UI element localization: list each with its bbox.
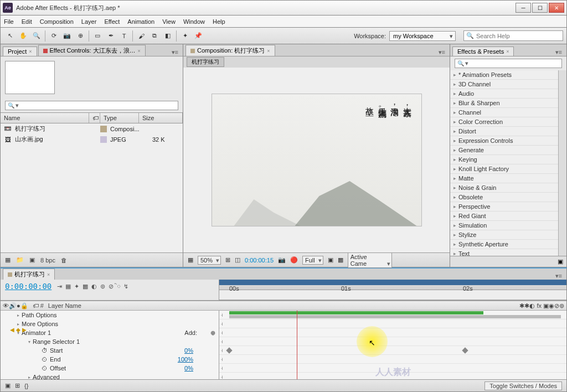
- pen-tool-icon[interactable]: ✒: [105, 30, 117, 42]
- search-help[interactable]: 🔍: [463, 30, 563, 41]
- channel-icon[interactable]: 🔴: [290, 256, 298, 264]
- tl-icon[interactable]: ↯: [123, 283, 128, 290]
- fx-category[interactable]: Color Correction: [450, 117, 558, 127]
- zoom-tool-icon[interactable]: 🔍: [30, 30, 43, 42]
- fx-category[interactable]: Noise & Grain: [450, 183, 558, 193]
- tl-foot-icon[interactable]: {}: [24, 383, 28, 389]
- tl-foot-icon[interactable]: ⊞: [15, 382, 20, 389]
- layer-row[interactable]: ▸Path Options: [1, 311, 219, 319]
- panel-menu-icon[interactable]: ▾≡: [553, 49, 564, 56]
- tl-icon[interactable]: ◐: [91, 283, 97, 290]
- fx-category[interactable]: Channel: [450, 108, 558, 117]
- stopwatch-icon[interactable]: ⏲: [42, 365, 48, 372]
- layer-row[interactable]: ▾Animator 1Add:⊕: [1, 328, 219, 337]
- fx-category[interactable]: Generate: [450, 146, 558, 155]
- fx-category[interactable]: Perspective: [450, 202, 558, 212]
- composition-viewer[interactable]: 大江东去， 浪淘尽， 千古风流人物。 故垒: [183, 68, 450, 252]
- zoom-select[interactable]: 50%: [198, 256, 221, 265]
- menu-animation[interactable]: Animation: [127, 18, 154, 25]
- prop-start[interactable]: ⏱Start0%: [1, 346, 219, 355]
- tl-icon[interactable]: ི: [117, 283, 120, 290]
- col-type[interactable]: Type: [100, 113, 139, 123]
- project-row[interactable]: 🖼 山水画.jpg JPEG 32 K: [1, 134, 183, 145]
- ruler-icon[interactable]: ⊞: [225, 256, 230, 264]
- tl-icon[interactable]: ▦: [65, 283, 71, 290]
- snapshot-icon[interactable]: 📷: [278, 256, 286, 264]
- hand-tool-icon[interactable]: ✋: [17, 30, 29, 42]
- prop-end[interactable]: ⏲End100%: [1, 355, 219, 364]
- folder-icon[interactable]: 📁: [16, 256, 24, 264]
- menu-layer[interactable]: Layer: [81, 18, 97, 25]
- pan-behind-tool-icon[interactable]: ⊕: [74, 30, 86, 42]
- col-name[interactable]: Name: [1, 113, 89, 123]
- fx-category[interactable]: * Animation Presets: [450, 70, 558, 80]
- fx-category[interactable]: Synthetic Aperture: [450, 240, 558, 249]
- scrollbar[interactable]: [558, 70, 566, 256]
- menu-window[interactable]: Window: [183, 18, 205, 25]
- close-button[interactable]: ✕: [549, 3, 564, 13]
- layer-row[interactable]: ▸Advanced: [1, 373, 219, 379]
- fx-category[interactable]: Matte: [450, 174, 558, 183]
- resolution-select[interactable]: Full: [302, 256, 323, 265]
- text-tool-icon[interactable]: T: [118, 30, 130, 42]
- roto-tool-icon[interactable]: ✦: [179, 30, 191, 42]
- label-col-icon[interactable]: 🏷 #: [33, 302, 44, 309]
- brush-tool-icon[interactable]: 🖌: [135, 30, 147, 42]
- prop-offset[interactable]: ⏲Offset0%: [1, 364, 219, 373]
- fx-category[interactable]: 3D Channel: [450, 80, 558, 89]
- rotate-tool-icon[interactable]: ⟳: [48, 30, 60, 42]
- menu-edit[interactable]: Edit: [22, 18, 32, 25]
- selection-tool-icon[interactable]: ↖: [4, 30, 16, 42]
- panel-menu-icon[interactable]: ▾≡: [169, 49, 181, 56]
- camera-tool-icon[interactable]: 📷: [61, 30, 73, 42]
- search-help-input[interactable]: [476, 33, 560, 39]
- timecode[interactable]: 0:00:00:00: [5, 282, 51, 291]
- fx-category[interactable]: Knoll Light Factory: [450, 164, 558, 174]
- time-display[interactable]: 0:00:00:15: [245, 257, 274, 264]
- tab-effect-controls[interactable]: Effect Controls: 大江东去，浪…×: [38, 45, 146, 56]
- comp-new-icon[interactable]: ▣: [29, 256, 35, 264]
- time-ruler[interactable]: 00s 01s 02s: [219, 280, 566, 290]
- layer-row[interactable]: ▾Range Selector 1: [1, 337, 219, 346]
- keyframe-icon[interactable]: [226, 347, 232, 353]
- fx-category[interactable]: Distort: [450, 127, 558, 136]
- layer-row[interactable]: ▸More Options: [1, 319, 219, 328]
- panel-menu-icon[interactable]: ▾≡: [436, 49, 447, 56]
- fx-category[interactable]: Audio: [450, 89, 558, 99]
- col-size[interactable]: Size: [139, 113, 183, 123]
- tl-icon[interactable]: ⊚: [100, 283, 105, 290]
- fx-category[interactable]: Simulation: [450, 221, 558, 230]
- bpc-label[interactable]: 8 bpc: [40, 257, 55, 264]
- tab-timeline[interactable]: 机打字练习×: [3, 269, 55, 280]
- menu-composition[interactable]: Composition: [40, 18, 74, 25]
- project-row[interactable]: 📼 机打字练习 Composi...: [1, 123, 183, 134]
- fx-category[interactable]: Obsolete: [450, 193, 558, 202]
- tl-icon[interactable]: ⊘: [109, 283, 114, 290]
- transparency-icon[interactable]: ▩: [338, 256, 343, 264]
- new-bin-icon[interactable]: ▣: [558, 258, 563, 265]
- playhead[interactable]: [297, 311, 297, 379]
- toggle-switches-button[interactable]: Toggle Switches / Modes: [484, 381, 562, 390]
- stopwatch-icon[interactable]: ⏱: [42, 347, 48, 354]
- fx-category[interactable]: Stylize: [450, 230, 558, 240]
- vis-col-icon[interactable]: 👁🔊●🔒: [3, 302, 28, 310]
- grid-icon[interactable]: ▦: [188, 256, 193, 264]
- tl-icon[interactable]: ⇥: [57, 283, 62, 290]
- tl-foot-icon[interactable]: ▣: [5, 382, 11, 389]
- col-layer-name[interactable]: Layer Name: [48, 302, 81, 309]
- fx-category[interactable]: Expression Controls: [450, 136, 558, 146]
- tab-composition[interactable]: Composition: 机打字练习×: [185, 45, 275, 56]
- fx-category[interactable]: Red Giant: [450, 212, 558, 221]
- effects-search[interactable]: [455, 59, 562, 68]
- minimize-button[interactable]: ─: [516, 3, 531, 13]
- switches-icon[interactable]: ✱✱◐ fx ▣◉⊘⊚: [519, 302, 564, 310]
- add-icon[interactable]: ⊕: [210, 329, 215, 337]
- eraser-tool-icon[interactable]: ◧: [162, 30, 174, 42]
- mask-icon[interactable]: ◫: [235, 256, 240, 264]
- interpret-icon[interactable]: ▦: [5, 256, 11, 264]
- fx-category[interactable]: Keying: [450, 155, 558, 164]
- clone-tool-icon[interactable]: ⧉: [148, 30, 161, 42]
- track-area[interactable]: ⫞ ⫞ ⫞ ⫞ ⫞ ⫞ ⫞ ⫞ ↖ 人人素材: [219, 311, 566, 379]
- panel-menu-icon[interactable]: ▾≡: [553, 272, 564, 280]
- keyframe-nav[interactable]: ◀ ◆ ▶: [10, 327, 27, 333]
